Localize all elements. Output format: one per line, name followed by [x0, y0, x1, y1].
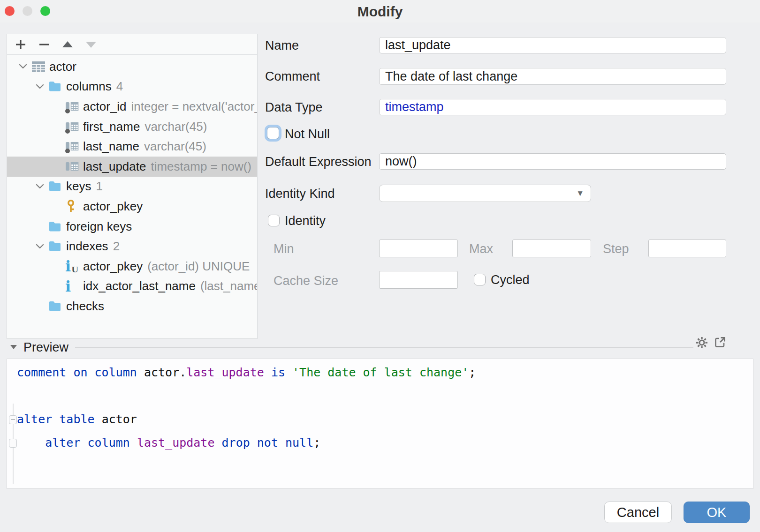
- not-null-checkbox[interactable]: [267, 127, 279, 139]
- tree-item-label: first_name: [83, 120, 140, 134]
- identity-kind-label: Identity Kind: [265, 187, 335, 201]
- tree-item-actor_pkey[interactable]: iUactor_pkey(actor_id) UNIQUE: [7, 256, 257, 277]
- data-type-label: Data Type: [265, 100, 323, 115]
- name-input[interactable]: [379, 37, 726, 53]
- sql-line: [17, 384, 751, 408]
- chevron-expanded-icon[interactable]: [35, 83, 48, 90]
- tree-item-type: integer = nextval('actor_act: [131, 99, 258, 114]
- structure-toolbar: [7, 34, 257, 55]
- tree-item-label: actor: [49, 60, 76, 74]
- default-expression-label: Default Expression: [265, 155, 372, 169]
- fold-collapse-marker[interactable]: [9, 415, 17, 424]
- tree-item-label: actor_pkey: [83, 199, 143, 214]
- move-up-button[interactable]: [61, 38, 74, 51]
- identity-kind-select[interactable]: ▼: [379, 185, 591, 202]
- folder-icon: [48, 81, 66, 92]
- cancel-button[interactable]: Cancel: [604, 502, 672, 523]
- table-icon: [31, 60, 49, 73]
- comment-input[interactable]: [379, 68, 726, 85]
- column-icon: [65, 160, 83, 173]
- identity-checkbox[interactable]: [268, 215, 280, 226]
- sql-line: comment on column actor.last_update is '…: [17, 361, 751, 384]
- ok-button[interactable]: OK: [684, 502, 750, 523]
- chevron-expanded-icon[interactable]: [18, 63, 31, 70]
- column-notnull-icon: [65, 100, 83, 113]
- tree-item-type: varchar(45): [144, 120, 207, 134]
- min-label: Min: [274, 242, 294, 256]
- preview-settings-button[interactable]: [695, 336, 709, 350]
- index-icon: i: [65, 279, 83, 294]
- step-label: Step: [603, 242, 629, 256]
- table-structure-tree: actorcolumns4actor_idinteger = nextval('…: [7, 55, 257, 338]
- tree-item-type: varchar(45): [144, 139, 206, 154]
- arrow-down-icon: [85, 40, 97, 49]
- max-input[interactable]: [512, 240, 591, 257]
- column-notnull-icon: [65, 140, 83, 153]
- preview-divider: [75, 347, 693, 348]
- tree-item-actor[interactable]: actor: [7, 57, 257, 77]
- minus-icon: [38, 38, 50, 51]
- tree-item-checks[interactable]: checks: [7, 296, 257, 316]
- sql-code: comment on column actor.last_update is '…: [17, 361, 751, 455]
- cache-size-label: Cache Size: [274, 274, 338, 288]
- tree-item-type: timestamp = now(): [151, 159, 251, 174]
- tree-item-count: 2: [113, 239, 120, 254]
- tree-item-count: 1: [96, 179, 102, 194]
- triangle-down-icon: [9, 344, 18, 350]
- data-type-input[interactable]: [379, 99, 726, 115]
- step-input[interactable]: [648, 240, 726, 257]
- max-label: Max: [469, 242, 493, 256]
- tree-item-type: (last_name): [200, 279, 257, 293]
- tree-item-label: columns: [66, 79, 112, 94]
- tree-item-label: last_update: [83, 159, 146, 174]
- chevron-expanded-icon[interactable]: [35, 243, 48, 250]
- identity-label: Identity: [285, 214, 326, 228]
- cycled-checkbox[interactable]: [474, 274, 486, 285]
- fold-end-marker[interactable]: [9, 439, 17, 448]
- open-in-editor-button[interactable]: [713, 335, 727, 349]
- tree-item-label: indexes: [66, 239, 108, 254]
- column-notnull-icon: [65, 120, 83, 134]
- structure-panel: actorcolumns4actor_idinteger = nextval('…: [7, 34, 258, 339]
- tree-item-actor_pkey[interactable]: actor_pkey: [7, 196, 257, 217]
- tree-item-label: checks: [66, 299, 104, 314]
- tree-item-keys[interactable]: keys1: [7, 177, 257, 197]
- default-expression-input[interactable]: [379, 153, 726, 170]
- titlebar: Modify: [0, 0, 760, 22]
- tree-item-columns[interactable]: columns4: [7, 77, 257, 97]
- window-title: Modify: [0, 4, 760, 20]
- move-down-button[interactable]: [85, 38, 97, 51]
- tree-item-label: actor_id: [83, 99, 127, 114]
- folder-icon: [48, 240, 66, 252]
- sql-line: alter table actor: [17, 408, 751, 431]
- sql-line: alter column last_update drop not null;: [17, 431, 751, 455]
- gear-icon: [695, 336, 708, 349]
- comment-label: Comment: [265, 69, 320, 84]
- sql-preview-editor[interactable]: comment on column actor.last_update is '…: [7, 359, 753, 489]
- folder-icon: [48, 180, 66, 192]
- tree-item-indexes[interactable]: indexes2: [7, 236, 257, 256]
- tree-item-foreign-keys[interactable]: foreign keys: [7, 217, 257, 237]
- folder-icon: [48, 300, 66, 312]
- tree-item-label: actor_pkey: [83, 259, 143, 274]
- chevron-down-icon: ▼: [576, 189, 584, 197]
- tree-item-idx_actor_last_name[interactable]: iidx_actor_last_name(last_name): [7, 277, 257, 297]
- not-null-label: Not Null: [285, 127, 330, 142]
- min-input[interactable]: [379, 240, 458, 257]
- tree-item-last_name[interactable]: last_namevarchar(45): [7, 136, 257, 157]
- name-label: Name: [265, 38, 299, 53]
- tree-item-actor_id[interactable]: actor_idinteger = nextval('actor_act: [7, 97, 257, 117]
- tree-item-count: 4: [116, 79, 123, 94]
- preview-collapse-toggle[interactable]: [9, 344, 18, 352]
- tree-item-label: keys: [66, 179, 91, 194]
- tree-item-last_update[interactable]: last_updatetimestamp = now(): [7, 157, 257, 177]
- tree-item-type: (actor_id) UNIQUE: [147, 259, 250, 274]
- tree-item-label: last_name: [83, 139, 139, 154]
- remove-button[interactable]: [38, 38, 50, 51]
- cache-size-input[interactable]: [379, 271, 458, 289]
- index-unique-icon: iU: [65, 259, 83, 274]
- key-icon: [65, 199, 83, 213]
- add-button[interactable]: [15, 38, 27, 51]
- chevron-expanded-icon[interactable]: [35, 183, 48, 190]
- tree-item-first_name[interactable]: first_namevarchar(45): [7, 117, 257, 137]
